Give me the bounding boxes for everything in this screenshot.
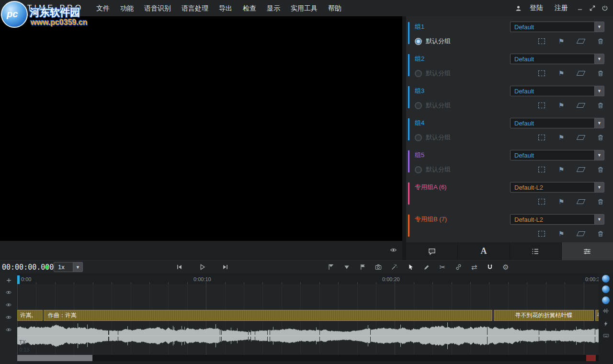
swap-icon[interactable]: ⇄ (470, 263, 478, 271)
menu-export[interactable]: 导出 (214, 0, 238, 16)
zoom-control-button[interactable] (602, 275, 610, 283)
select-region-icon[interactable] (538, 69, 545, 77)
menu-display[interactable]: 显示 (261, 0, 285, 16)
eraser-icon[interactable] (577, 230, 585, 238)
login-link[interactable]: 登陆 (525, 4, 548, 12)
playhead-marker[interactable] (17, 275, 20, 284)
trash-icon[interactable] (597, 166, 604, 173)
link-icon[interactable] (454, 263, 462, 271)
eraser-icon[interactable] (577, 166, 585, 173)
register-link[interactable]: 注册 (550, 4, 573, 12)
track-visibility-icon[interactable] (5, 326, 12, 333)
trash-icon[interactable] (597, 37, 604, 45)
magic-wand-icon[interactable] (390, 263, 398, 271)
trash-icon[interactable] (597, 69, 604, 77)
tab-group-settings[interactable] (562, 242, 613, 260)
group-style-dropdown[interactable]: Default ▼ (510, 86, 604, 96)
group-radio[interactable] (415, 134, 422, 141)
video-preview[interactable] (0, 16, 402, 241)
select-region-icon[interactable] (538, 134, 545, 141)
chevron-down-icon[interactable]: ▼ (594, 86, 604, 96)
playback-speed-dropdown[interactable]: 1x ▼ (54, 262, 83, 272)
select-region-icon[interactable] (538, 166, 545, 173)
quick-tap-flag-icon[interactable] (327, 263, 335, 271)
group-style-dropdown[interactable]: Default ▼ (510, 54, 604, 64)
maximize-button[interactable] (587, 3, 598, 13)
scrollbar-thumb[interactable] (17, 355, 92, 361)
waveform-display-icon[interactable] (602, 307, 610, 315)
time-ruler[interactable]: 0:00 0:00:10 0:00:20 0:00:30 (17, 275, 599, 284)
tab-subtitle-list[interactable] (510, 242, 562, 260)
zoom-control-button[interactable] (602, 285, 610, 293)
flag-icon[interactable]: ⚑ (557, 69, 565, 77)
chevron-down-icon[interactable]: ▼ (594, 182, 604, 192)
flag-icon[interactable]: ⚑ (557, 102, 565, 109)
eraser-icon[interactable] (577, 198, 585, 205)
trash-icon[interactable] (597, 134, 604, 141)
flag-icon[interactable]: ⚑ (557, 166, 565, 173)
flag-icon[interactable]: ⚑ (557, 37, 565, 45)
play-button[interactable] (198, 263, 206, 271)
audio-track[interactable] (17, 321, 599, 351)
group-radio[interactable] (415, 166, 422, 173)
selection-cursor-icon[interactable] (407, 263, 415, 271)
flag-icon[interactable]: ⚑ (557, 134, 565, 141)
menu-functions[interactable]: 功能 (115, 0, 139, 16)
select-region-icon[interactable] (538, 37, 545, 45)
minimize-button[interactable] (575, 3, 585, 13)
menu-utilities[interactable]: 实用工具 (285, 0, 323, 16)
timeline-scrollbar[interactable] (17, 355, 599, 361)
camera-icon[interactable] (375, 263, 382, 271)
chevron-down-icon[interactable]: ▼ (594, 118, 604, 128)
menu-check[interactable]: 检查 (238, 0, 261, 16)
flag-icon[interactable]: ⚑ (557, 198, 565, 205)
waveform-canvas[interactable] (17, 321, 599, 351)
subtitle-block[interactable]: 作曲：许嵩 (44, 310, 492, 321)
track-lanes[interactable]: 许嵩, 作曲：许嵩 寻不到花的折翼枯叶蝶 寻 TX 0:13 (17, 284, 601, 355)
drop-marker-icon[interactable] (343, 263, 351, 271)
chevron-down-icon[interactable]: ▼ (73, 262, 82, 272)
keyboard-icon[interactable] (602, 331, 610, 339)
trash-icon[interactable] (597, 198, 604, 205)
select-region-icon[interactable] (538, 102, 545, 109)
chevron-down-icon[interactable]: ▼ (594, 150, 604, 160)
group-style-dropdown[interactable]: Default ▼ (510, 22, 604, 32)
group-style-dropdown[interactable]: Default-L2 ▼ (510, 182, 604, 193)
group-radio[interactable] (415, 102, 422, 109)
flag-icon[interactable]: ⚑ (557, 230, 565, 238)
zoom-control-button[interactable] (602, 296, 610, 304)
gear-icon[interactable]: ⚙ (502, 263, 510, 271)
select-region-icon[interactable] (538, 230, 545, 238)
add-track-icon[interactable] (5, 276, 12, 284)
scissors-icon[interactable]: ✂ (439, 263, 446, 271)
chevron-down-icon[interactable]: ▼ (594, 22, 604, 32)
menu-help[interactable]: 帮助 (323, 0, 347, 16)
eraser-icon[interactable] (577, 134, 585, 141)
chevron-down-icon[interactable]: ▼ (594, 54, 604, 64)
subtitle-block[interactable]: 寻不到花的折翼枯叶蝶 (494, 310, 594, 321)
chevron-down-icon[interactable]: ▼ (594, 215, 604, 224)
menu-speech-recognition[interactable]: 语音识别 (139, 0, 176, 16)
tab-comments[interactable] (406, 242, 458, 260)
eraser-icon[interactable] (577, 69, 585, 77)
menu-language-processing[interactable]: 语言处理 (176, 0, 214, 16)
track-visibility-icon[interactable] (5, 301, 12, 308)
group-radio[interactable] (415, 38, 422, 45)
flag-tool-icon[interactable] (359, 263, 366, 271)
subtitle-block[interactable]: 许嵩, (17, 310, 43, 321)
track-visibility-icon[interactable] (5, 288, 12, 296)
lightning-icon[interactable] (602, 320, 610, 328)
eraser-icon[interactable] (577, 102, 585, 109)
group-style-dropdown[interactable]: Default ▼ (510, 150, 604, 160)
skip-to-start-button[interactable] (175, 263, 183, 271)
edit-pen-icon[interactable] (423, 263, 431, 271)
group-style-dropdown[interactable]: Default-L2 ▼ (510, 214, 604, 225)
power-button[interactable] (600, 3, 610, 13)
magnet-snap-icon[interactable] (486, 263, 494, 271)
tab-font-style[interactable]: A (458, 242, 510, 260)
group-radio[interactable] (415, 70, 422, 77)
trash-icon[interactable] (597, 102, 604, 109)
group-style-dropdown[interactable]: Default ▼ (510, 118, 604, 128)
eraser-icon[interactable] (577, 37, 585, 45)
select-region-icon[interactable] (538, 198, 545, 205)
